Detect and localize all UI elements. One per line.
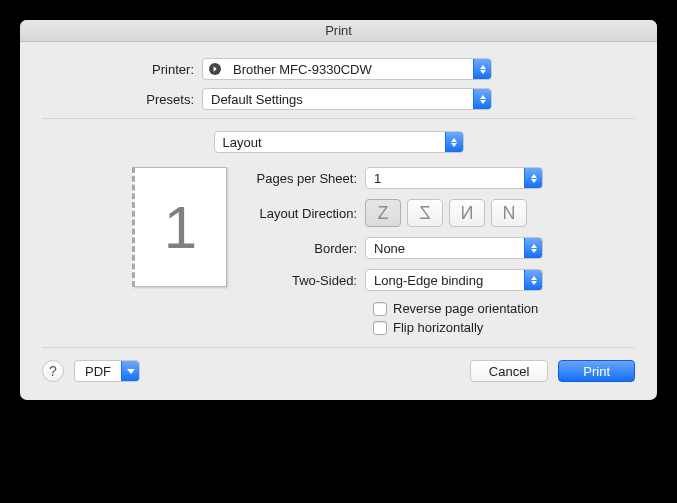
panel-select[interactable]: Layout	[214, 131, 464, 153]
panel-value: Layout	[215, 135, 445, 150]
updown-arrows-icon	[524, 238, 542, 258]
updown-arrows-icon	[473, 89, 491, 109]
reverse-page-orientation-label: Reverse page orientation	[393, 301, 538, 316]
divider	[42, 347, 635, 348]
chevron-down-icon	[121, 361, 139, 381]
pages-per-sheet-label: Pages per Sheet:	[245, 171, 365, 186]
updown-arrows-icon	[473, 59, 491, 79]
updown-arrows-icon	[524, 168, 542, 188]
pages-per-sheet-select[interactable]: 1	[365, 167, 543, 189]
print-button[interactable]: Print	[558, 360, 635, 382]
layout-direction-n-flip-icon[interactable]: N	[491, 199, 527, 227]
layout-direction-z-icon[interactable]: Z	[365, 199, 401, 227]
cancel-label: Cancel	[489, 364, 529, 379]
pdf-label: PDF	[75, 364, 121, 379]
layout-direction-label: Layout Direction:	[245, 206, 365, 221]
border-label: Border:	[245, 241, 365, 256]
two-sided-label: Two-Sided:	[245, 273, 365, 288]
two-sided-select[interactable]: Long-Edge binding	[365, 269, 543, 291]
preview-page-number: 1	[164, 193, 197, 262]
printer-select[interactable]: Brother MFC-9330CDW	[202, 58, 492, 80]
printer-value: Brother MFC-9330CDW	[225, 62, 473, 77]
layout-settings: Pages per Sheet: 1 Layout Direction: Z Z…	[245, 167, 635, 339]
dialog-footer: ? PDF Cancel Print	[42, 360, 635, 382]
presets-value: Default Settings	[203, 92, 473, 107]
window-title: Print	[20, 20, 657, 42]
help-button[interactable]: ?	[42, 360, 64, 382]
printer-label: Printer:	[42, 62, 202, 77]
pages-per-sheet-value: 1	[366, 171, 524, 186]
print-label: Print	[583, 364, 610, 379]
border-select[interactable]: None	[365, 237, 543, 259]
updown-arrows-icon	[445, 132, 463, 152]
printer-status-icon	[209, 63, 221, 75]
presets-label: Presets:	[42, 92, 202, 107]
updown-arrows-icon	[524, 270, 542, 290]
help-icon: ?	[49, 363, 57, 379]
reverse-page-orientation-checkbox[interactable]	[373, 302, 387, 316]
flip-horizontally-checkbox[interactable]	[373, 321, 387, 335]
page-preview: 1	[132, 167, 227, 287]
presets-select[interactable]: Default Settings	[202, 88, 492, 110]
dialog-content: Printer: Brother MFC-9330CDW Presets: De…	[20, 42, 657, 400]
cancel-button[interactable]: Cancel	[470, 360, 548, 382]
layout-direction-n-icon[interactable]: И	[449, 199, 485, 227]
layout-direction-s-flip-icon[interactable]: Z	[407, 199, 443, 227]
flip-horizontally-label: Flip horizontally	[393, 320, 483, 335]
print-dialog: Print Printer: Brother MFC-9330CDW Prese…	[20, 20, 657, 400]
layout-direction-group: Z Z И N	[365, 199, 527, 227]
border-value: None	[366, 241, 524, 256]
two-sided-value: Long-Edge binding	[366, 273, 524, 288]
pdf-menu-button[interactable]: PDF	[74, 360, 140, 382]
divider	[42, 118, 635, 119]
